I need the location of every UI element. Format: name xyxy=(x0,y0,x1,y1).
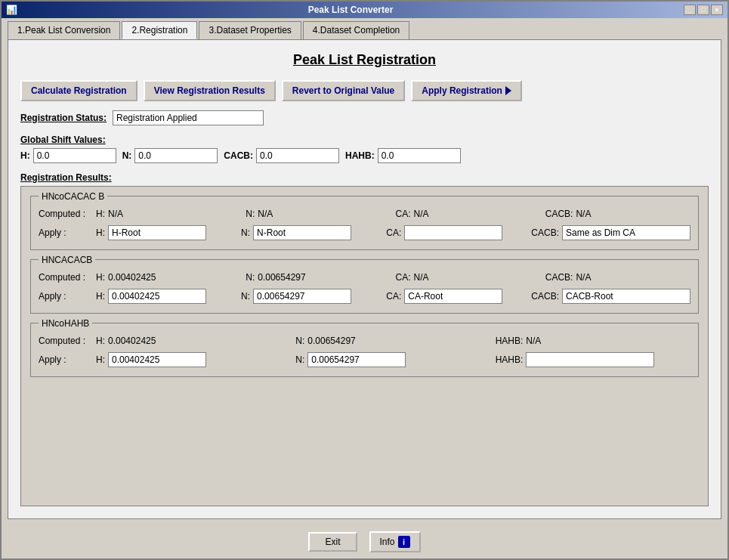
exp1-apply-h-label: H: xyxy=(96,227,105,238)
registration-status-input[interactable] xyxy=(113,110,264,125)
main-content: Peak List Registration Calculate Registr… xyxy=(8,39,721,519)
exp3-apply-h-input[interactable] xyxy=(108,352,206,367)
exp2-apply-ca-label: CA: xyxy=(386,291,401,302)
exp1-apply-n-group: N: xyxy=(241,225,381,240)
exp3-computed-n-value: 0.00654297 xyxy=(307,336,355,346)
tab-dataset-properties[interactable]: 3.Dataset Properties xyxy=(199,21,301,39)
tab-dataset-completion[interactable]: 4.Dataset Completion xyxy=(303,21,409,39)
tab-peak-list-conversion[interactable]: 1.Peak List Conversion xyxy=(8,21,120,39)
window-title: Peak List Converter xyxy=(308,5,394,15)
exp1-computed-ca-label: CA: xyxy=(396,209,411,219)
exp1-computed-cacb-group: CACB: N/A xyxy=(545,209,690,219)
exp3-computed-n-group: N: 0.00654297 xyxy=(295,336,490,346)
titlebar: 📊 Peak List Converter _ □ × xyxy=(2,2,727,18)
exp3-computed-hahb-label: HAHB: xyxy=(496,336,524,346)
n-shift-group: N: xyxy=(122,148,218,163)
window-controls[interactable]: _ □ × xyxy=(684,5,723,15)
exp2-computed-h-value: 0.00402425 xyxy=(108,272,156,283)
n-shift-input[interactable] xyxy=(134,148,218,163)
h-shift-input[interactable] xyxy=(33,148,116,163)
page-title: Peak List Registration xyxy=(20,52,709,68)
exp3-apply-hahb-input[interactable] xyxy=(526,352,654,367)
exp3-apply-row: Apply : H: N: HAHB: xyxy=(39,352,690,367)
exp3-computed-hahb-group: HAHB: N/A xyxy=(496,336,690,346)
exp2-apply-ca-input[interactable] xyxy=(404,289,502,304)
exp2-computed-n-label: N: xyxy=(246,272,255,283)
exp2-apply-n-input[interactable] xyxy=(253,289,351,304)
exp3-computed-label: Computed : xyxy=(39,336,91,346)
experiment-group-3: HNcoHAHB Computed : H: 0.00402425 N: 0.0… xyxy=(30,323,699,377)
exp1-apply-h-input[interactable] xyxy=(108,225,206,240)
exp1-computed-ca-group: CA: N/A xyxy=(396,209,541,219)
exp2-computed-cacb-group: CACB: N/A xyxy=(545,272,690,283)
toolbar: Calculate Registration View Registration… xyxy=(20,80,709,101)
exp1-apply-label: Apply : xyxy=(39,227,91,238)
n-shift-label: N: xyxy=(122,150,132,161)
exp3-apply-h-label: H: xyxy=(96,354,105,365)
registration-results-label: Registration Results: xyxy=(20,172,709,183)
exp1-apply-cacb-input[interactable] xyxy=(562,225,690,240)
exp3-apply-hahb-label: HAHB: xyxy=(496,354,524,365)
exp2-computed-row: Computed : H: 0.00402425 N: 0.00654297 C… xyxy=(39,272,690,283)
exp3-computed-hahb-value: N/A xyxy=(526,336,541,346)
exit-button[interactable]: Exit xyxy=(308,532,357,552)
h-shift-group: H: xyxy=(20,148,116,163)
exp3-computed-row: Computed : H: 0.00402425 N: 0.00654297 H… xyxy=(39,336,690,346)
exp3-computed-h-label: H: xyxy=(96,336,105,346)
exp1-apply-n-input[interactable] xyxy=(253,225,351,240)
exp2-apply-cacb-label: CACB: xyxy=(531,291,559,302)
exp2-apply-h-group: H: xyxy=(96,289,236,304)
hahb-shift-label: HAHB: xyxy=(345,150,375,161)
exp3-apply-label: Apply : xyxy=(39,354,91,365)
hahb-shift-group: HAHB: xyxy=(345,148,461,163)
exp1-computed-ca-value: N/A xyxy=(414,209,429,219)
exp2-computed-h-label: H: xyxy=(96,272,105,283)
exp2-computed-ca-group: CA: N/A xyxy=(396,272,541,283)
exp1-computed-n-group: N: N/A xyxy=(246,209,391,219)
experiment-title-1: HNcoCACAC B xyxy=(39,191,107,202)
exp1-apply-cacb-group: CACB: xyxy=(531,225,690,240)
exp2-apply-ca-group: CA: xyxy=(386,289,527,304)
exp2-apply-cacb-input[interactable] xyxy=(562,289,690,304)
experiment-title-2: HNCACACB xyxy=(39,255,95,265)
exp3-apply-n-input[interactable] xyxy=(307,352,406,367)
exp3-apply-h-group: H: xyxy=(96,352,291,367)
close-button[interactable]: × xyxy=(711,5,723,15)
cacb-shift-group: CACB: xyxy=(224,148,339,163)
exp2-apply-h-label: H: xyxy=(96,291,105,302)
exp1-computed-label: Computed : xyxy=(39,209,91,219)
global-shift-label: Global Shift Values: xyxy=(20,135,709,145)
bottom-bar: Exit Info i xyxy=(2,525,727,558)
info-button[interactable]: Info i xyxy=(369,531,421,552)
exp1-computed-row: Computed : H: N/A N: N/A CA: N/A xyxy=(39,209,690,219)
apply-registration-button[interactable]: Apply Registration xyxy=(411,80,522,101)
arrow-right-icon xyxy=(505,86,511,95)
info-btn-label: Info xyxy=(380,537,395,547)
exp2-computed-h-group: H: 0.00402425 xyxy=(96,272,241,283)
info-icon: i xyxy=(398,536,410,548)
exp2-computed-label: Computed : xyxy=(39,272,91,283)
tab-registration[interactable]: 2.Registration xyxy=(122,21,197,39)
exp2-computed-n-group: N: 0.00654297 xyxy=(246,272,391,283)
cacb-shift-label: CACB: xyxy=(224,150,253,161)
view-registration-results-button[interactable]: View Registration Results xyxy=(144,80,276,101)
h-shift-label: H: xyxy=(20,150,30,161)
exp2-apply-n-group: N: xyxy=(241,289,381,304)
global-shift-section: Global Shift Values: H: N: CACB: HAHB: xyxy=(20,135,709,163)
maximize-button[interactable]: □ xyxy=(697,5,709,15)
registration-results-section: Registration Results: HNcoCACAC B Comput… xyxy=(20,172,709,506)
exp1-computed-cacb-label: CACB: xyxy=(545,209,573,219)
exp2-apply-n-label: N: xyxy=(241,291,250,302)
hahb-shift-input[interactable] xyxy=(378,148,461,163)
exp3-apply-n-label: N: xyxy=(295,354,304,365)
revert-to-original-button[interactable]: Revert to Original Value xyxy=(282,80,405,101)
cacb-shift-input[interactable] xyxy=(256,148,339,163)
exp2-apply-h-input[interactable] xyxy=(108,289,206,304)
exp2-computed-ca-label: CA: xyxy=(396,272,411,283)
exp1-apply-ca-input[interactable] xyxy=(404,225,502,240)
exp1-apply-ca-group: CA: xyxy=(386,225,527,240)
exp1-apply-cacb-label: CACB: xyxy=(531,227,559,238)
exp2-computed-cacb-value: N/A xyxy=(576,272,591,283)
minimize-button[interactable]: _ xyxy=(684,5,696,15)
calculate-registration-button[interactable]: Calculate Registration xyxy=(20,80,137,101)
